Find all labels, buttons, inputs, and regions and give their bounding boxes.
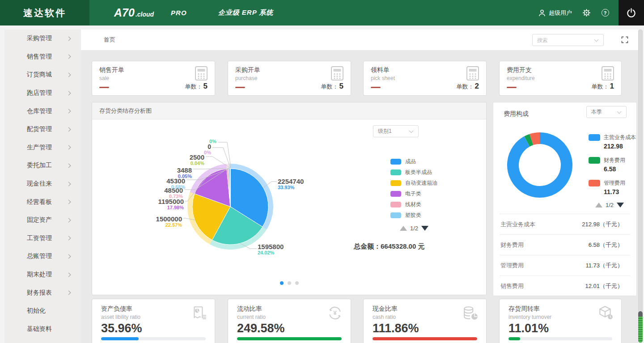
chevron-right-icon <box>67 291 71 295</box>
sidebar-item-1[interactable]: 销售管理 <box>4 48 81 66</box>
user-menu[interactable]: 超级用户 <box>538 9 572 17</box>
sidebar-item-15[interactable]: 初始化 <box>4 302 81 320</box>
kpi-title: 流动比率 <box>237 305 262 313</box>
sidebar-item-9[interactable]: 经营看板 <box>4 193 81 211</box>
pager-up-icon[interactable] <box>400 226 407 231</box>
chevron-down-icon <box>617 109 622 114</box>
sidebar-item-14[interactable]: 财务报表 <box>4 284 81 302</box>
sidebar-nav: 采购管理销售管理订货商城跑店管理仓库管理配货管理生产管理委托加工现金往来经营看板… <box>4 30 81 343</box>
chevron-right-icon <box>67 36 71 41</box>
refresh-yen-icon: ¥ <box>326 305 343 322</box>
carousel-dot-1[interactable] <box>280 281 284 285</box>
stat-card-count: 单数：2 <box>457 82 479 91</box>
pie-legend-item-2[interactable]: 自动变速箱油 <box>390 178 437 188</box>
carousel-dots <box>280 281 299 285</box>
sidebar-item-7[interactable]: 委托加工 <box>4 157 81 175</box>
sidebar-item-4[interactable]: 仓库管理 <box>4 102 81 120</box>
legend-value: 212.98 <box>604 143 636 150</box>
pie-legend-item-0[interactable]: 成品 <box>390 156 437 167</box>
sidebar-item-10[interactable]: 固定资产 <box>4 211 81 229</box>
product-edition: PRO <box>171 9 187 17</box>
help-icon: ? <box>602 9 609 17</box>
logout-button[interactable] <box>619 0 644 25</box>
sidebar-item-label: 配货管理 <box>27 125 52 133</box>
stat-card-2[interactable]: 领料单pick sheet单数：2 <box>363 61 487 96</box>
expense-row-2: 管理费用11.73（千元） <box>500 255 630 275</box>
person-icon <box>538 9 546 17</box>
stat-card-3[interactable]: 费用开支expenditure单数：1 <box>499 61 622 96</box>
settings-button[interactable] <box>582 8 591 17</box>
calculator-icon <box>466 66 479 80</box>
sidebar-item-12[interactable]: 总账管理 <box>4 247 81 266</box>
legend-label: 板类半成品 <box>405 169 432 176</box>
pager-page: 1/2 <box>606 202 614 208</box>
scrollbar-thumb-grip <box>638 317 643 343</box>
fullscreen-button[interactable] <box>621 36 628 43</box>
level-select[interactable]: 级别1 <box>373 125 419 137</box>
scrollbar-track[interactable] <box>638 30 643 343</box>
legend-label: 塑胶类 <box>405 212 421 219</box>
sidebar-item-label: 现金往来 <box>27 180 52 188</box>
legend-swatch <box>589 180 600 186</box>
pie-legend-item-4[interactable]: 线材类 <box>390 199 437 210</box>
sidebar-item-5[interactable]: 配货管理 <box>4 120 81 139</box>
expense-panel-title: 费用构成 <box>504 110 529 118</box>
carousel-dot-2[interactable] <box>288 281 291 285</box>
sidebar-item-8[interactable]: 现金往来 <box>4 175 81 193</box>
pager-up-icon[interactable] <box>595 203 602 207</box>
sidebar-item-label: 委托加工 <box>27 161 52 169</box>
pie-legend-item-3[interactable]: 电子类 <box>390 188 437 199</box>
expense-donut-chart[interactable] <box>502 127 578 203</box>
pie-legend-item-1[interactable]: 板类半成品 <box>390 167 437 178</box>
sidebar-item-label: 经营看板 <box>27 198 52 206</box>
expense-legend-item-2[interactable]: 管理费用11.73 <box>589 179 636 195</box>
kpi-progress-fill <box>237 337 342 340</box>
chevron-right-icon <box>67 127 71 131</box>
pager-down-icon[interactable] <box>617 203 624 207</box>
chevron-down-icon <box>409 128 414 133</box>
sidebar-item-16[interactable]: 基础资料 <box>4 320 81 339</box>
pie-label-finished: 2254740 33.93% <box>278 178 304 190</box>
sidebar-item-label: 初始化 <box>27 307 46 315</box>
sidebar-item-label: 固定资产 <box>27 216 52 224</box>
pie-label-small-2: 2500 0.04% <box>190 154 204 166</box>
sidebar-item-2[interactable]: 订货商城 <box>4 66 81 84</box>
stat-card-0[interactable]: 销售开单sale单数：5 <box>92 61 215 96</box>
sidebar-item-6[interactable]: 生产管理 <box>4 139 81 157</box>
kpi-title: 存货周转率 <box>508 305 540 313</box>
help-button[interactable]: ? <box>601 8 610 17</box>
sidebar-item-0[interactable]: 采购管理 <box>4 30 81 48</box>
sidebar-item-label: 订货商城 <box>27 71 52 79</box>
system-title: 企业级 ERP 系统 <box>218 8 274 17</box>
expense-legend-item-1[interactable]: 财务费用6.58 <box>589 157 636 173</box>
sidebar-item-label: 生产管理 <box>27 144 52 152</box>
pager-down-icon[interactable] <box>421 226 428 231</box>
expense-legend-item-0[interactable]: 主营业务成本212.98 <box>589 134 636 150</box>
carousel-dot-3[interactable] <box>295 281 299 285</box>
erp-dashboard: 速达软件 A70 .cloud PRO 企业级 ERP 系统 超级用户 ? <box>0 0 644 343</box>
period-select[interactable]: 本季 <box>586 106 627 118</box>
pie-legend-item-5[interactable]: 塑胶类 <box>390 210 437 220</box>
sidebar-item-13[interactable]: 期末处理 <box>4 266 81 284</box>
stat-card-title: 采购开单 <box>235 66 260 74</box>
logo[interactable]: 速达软件 <box>0 0 89 25</box>
chevron-right-icon <box>67 200 71 204</box>
search-input[interactable] <box>537 37 595 43</box>
coins-icon <box>462 305 479 322</box>
app-header: 速达软件 A70 .cloud PRO 企业级 ERP 系统 超级用户 ? <box>0 0 644 25</box>
legend-label: 管理费用 <box>604 179 625 187</box>
kpi-subtitle: inventory turnover <box>508 314 551 320</box>
search-combobox[interactable] <box>532 34 604 46</box>
scrollbar-thumb[interactable] <box>638 311 643 343</box>
sidebar-item-11[interactable]: 工资管理 <box>4 229 81 248</box>
stat-card-subtitle: pick sheet <box>371 75 395 81</box>
legend-label: 自动变速箱油 <box>405 179 437 187</box>
chevron-right-icon <box>67 182 71 186</box>
stat-card-1[interactable]: 采购开单purchase单数：5 <box>228 61 351 96</box>
panel-header: 存货分类结存分析图 <box>92 102 486 119</box>
accent-dash <box>99 87 109 88</box>
sidebar-item-3[interactable]: 跑店管理 <box>4 84 81 102</box>
stat-card-subtitle: sale <box>99 75 109 81</box>
accent-dash <box>507 87 517 88</box>
stat-card-title: 销售开单 <box>99 66 124 74</box>
